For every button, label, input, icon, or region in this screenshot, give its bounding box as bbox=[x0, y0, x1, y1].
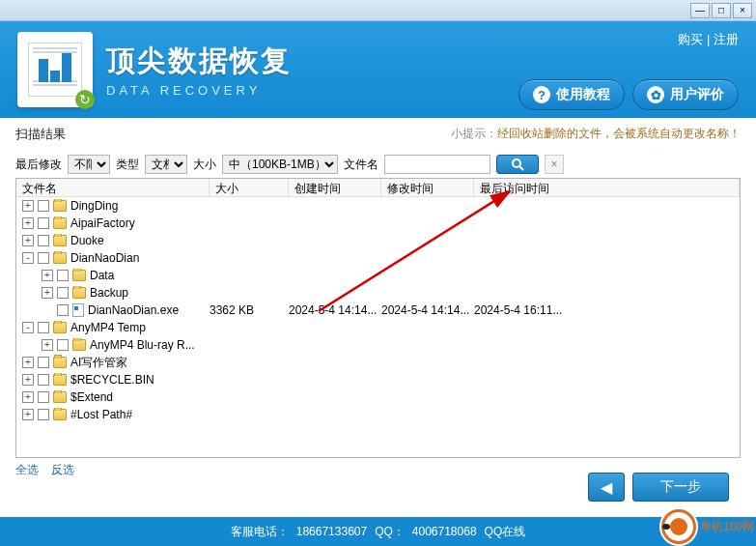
filename-input[interactable] bbox=[384, 155, 490, 174]
expander-icon[interactable]: + bbox=[22, 357, 34, 368]
expander-icon[interactable]: - bbox=[22, 252, 34, 264]
checkbox[interactable] bbox=[38, 374, 49, 386]
last-modify-select[interactable]: 不限 bbox=[68, 155, 110, 174]
checkbox[interactable] bbox=[38, 252, 49, 264]
next-button[interactable]: 下一步 bbox=[632, 473, 729, 502]
tutorial-button[interactable]: ? 使用教程 bbox=[518, 79, 625, 110]
tree-row[interactable]: -AnyMP4 Temp bbox=[16, 319, 740, 336]
expander-icon[interactable]: + bbox=[42, 287, 53, 299]
top-links: 购买 | 注册 bbox=[678, 31, 739, 48]
clear-button[interactable]: × bbox=[545, 155, 564, 174]
people-icon: ✿ bbox=[647, 86, 664, 103]
col-access[interactable]: 最后访问时间 bbox=[474, 179, 740, 196]
tree-row[interactable]: DianNaoDian.exe3362 KB2024-5-4 14:14...2… bbox=[16, 302, 740, 319]
checkbox[interactable] bbox=[38, 322, 49, 333]
tree-row[interactable]: +$Extend bbox=[16, 388, 740, 406]
register-link[interactable]: 注册 bbox=[714, 32, 739, 46]
folder-icon bbox=[53, 357, 67, 368]
tree-row[interactable]: +Backup bbox=[16, 284, 740, 302]
col-size[interactable]: 大小 bbox=[210, 179, 289, 196]
search-button[interactable] bbox=[496, 155, 539, 174]
app-title-cn: 顶尖数据恢复 bbox=[106, 42, 292, 81]
expander-icon[interactable]: + bbox=[22, 409, 34, 420]
hint-text: 小提示：经回收站删除的文件，会被系统自动更改名称！ bbox=[451, 126, 741, 142]
svg-line-1 bbox=[519, 166, 523, 170]
checkbox[interactable] bbox=[38, 235, 49, 246]
folder-icon bbox=[53, 200, 67, 212]
tree-row[interactable]: +DingDing bbox=[16, 197, 740, 215]
expander-icon[interactable]: - bbox=[22, 322, 34, 333]
folder-icon bbox=[53, 235, 67, 246]
tree-row[interactable]: +Data bbox=[16, 267, 740, 284]
expander-icon[interactable]: + bbox=[42, 270, 53, 281]
watermark-icon bbox=[661, 509, 696, 544]
qq-online[interactable]: QQ在线 bbox=[485, 524, 526, 540]
tree-row[interactable]: +$RECYCLE.BIN bbox=[16, 371, 740, 388]
expander-icon[interactable]: + bbox=[22, 200, 34, 212]
close-button[interactable]: × bbox=[733, 3, 752, 18]
folder-icon bbox=[53, 409, 67, 420]
col-modify[interactable]: 修改时间 bbox=[381, 179, 474, 196]
checkbox[interactable] bbox=[38, 357, 49, 368]
item-name: DianNaoDian bbox=[70, 251, 139, 265]
nav-buttons: ◀ 下一步 bbox=[588, 473, 729, 502]
tree-header: 文件名 大小 创建时间 修改时间 最后访问时间 bbox=[16, 178, 740, 197]
checkbox[interactable] bbox=[38, 217, 49, 229]
tree-row[interactable]: +Duoke bbox=[16, 232, 740, 249]
folder-icon bbox=[72, 339, 86, 351]
filter-bar: 最后修改 不限 类型 文档 大小 中（100KB-1MB） 文件名 × bbox=[15, 155, 741, 174]
checkbox[interactable] bbox=[38, 409, 49, 420]
checkbox[interactable] bbox=[57, 270, 69, 281]
col-create[interactable]: 创建时间 bbox=[289, 179, 381, 196]
scan-result-title: 扫描结果 bbox=[15, 127, 66, 141]
tree-row[interactable]: -DianNaoDian bbox=[16, 249, 740, 267]
item-name: Backup bbox=[90, 286, 128, 300]
minimize-button[interactable]: — bbox=[690, 3, 710, 18]
tree-body[interactable]: +DingDing+AipaiFactory+Duoke-DianNaoDian… bbox=[16, 197, 740, 456]
maximize-button[interactable]: □ bbox=[712, 3, 731, 18]
expander-icon[interactable]: + bbox=[22, 374, 34, 386]
folder-icon bbox=[53, 217, 67, 229]
checkbox[interactable] bbox=[38, 200, 49, 212]
folder-icon bbox=[53, 374, 67, 386]
item-name: $Extend bbox=[70, 390, 113, 404]
app-title-en: DATA RECOVERY bbox=[106, 83, 292, 98]
checkbox[interactable] bbox=[57, 304, 69, 316]
item-name: #Lost Path# bbox=[70, 408, 132, 421]
item-name: AnyMP4 Blu-ray R... bbox=[90, 338, 195, 352]
item-name: AnyMP4 Temp bbox=[70, 321, 146, 334]
back-button[interactable]: ◀ bbox=[588, 473, 625, 502]
tree-row[interactable]: +AnyMP4 Blu-ray R... bbox=[16, 336, 740, 354]
select-all-link[interactable]: 全选 bbox=[15, 463, 39, 476]
checkbox[interactable] bbox=[57, 287, 69, 299]
refresh-icon: ↻ bbox=[75, 90, 95, 109]
tree-row[interactable]: +AI写作管家 bbox=[16, 354, 740, 371]
col-name[interactable]: 文件名 bbox=[16, 179, 210, 196]
logo-paper-icon bbox=[28, 43, 82, 97]
item-name: AipaiFactory bbox=[70, 216, 135, 230]
checkbox[interactable] bbox=[38, 391, 49, 403]
folder-icon bbox=[72, 287, 86, 299]
size-label: 大小 bbox=[193, 157, 216, 173]
file-tree-panel: 文件名 大小 创建时间 修改时间 最后访问时间 +DingDing+AipaiF… bbox=[15, 178, 741, 458]
question-icon: ? bbox=[533, 86, 550, 103]
item-name: Duoke bbox=[70, 234, 104, 247]
expander-icon[interactable]: + bbox=[22, 391, 34, 403]
tree-row[interactable]: +AipaiFactory bbox=[16, 215, 740, 232]
type-select[interactable]: 文档 bbox=[145, 155, 187, 174]
invert-select-link[interactable]: 反选 bbox=[51, 463, 74, 476]
expander-icon[interactable]: + bbox=[22, 235, 34, 246]
expander-icon[interactable]: + bbox=[42, 339, 53, 351]
folder-icon bbox=[72, 270, 86, 281]
tree-row[interactable]: +#Lost Path# bbox=[16, 406, 740, 423]
search-icon bbox=[511, 158, 524, 171]
expander-icon[interactable]: + bbox=[22, 217, 34, 229]
review-button[interactable]: ✿ 用户评价 bbox=[632, 79, 739, 110]
checkbox[interactable] bbox=[57, 339, 69, 351]
app-header: ↻ 顶尖数据恢复 DATA RECOVERY 购买 | 注册 ? 使用教程 ✿ … bbox=[0, 21, 756, 118]
buy-link[interactable]: 购买 bbox=[678, 32, 703, 46]
watermark: 单机100网 bbox=[661, 509, 754, 544]
filename-label: 文件名 bbox=[344, 157, 378, 173]
footer-bar: 客服电话： 18667133607 QQ： 4006718068 QQ在线 bbox=[0, 517, 756, 546]
size-select[interactable]: 中（100KB-1MB） bbox=[222, 155, 338, 174]
